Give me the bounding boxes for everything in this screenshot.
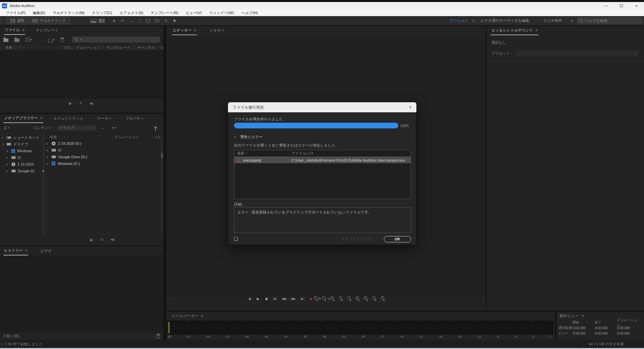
menu-effects[interactable]: エフェクト(S) bbox=[116, 10, 147, 15]
files-loop-icon[interactable]: ↻ bbox=[79, 101, 82, 106]
media-play-icon[interactable]: ▶ bbox=[90, 238, 93, 242]
view-start-value[interactable]: 0:00.000 bbox=[573, 332, 595, 335]
copy-warnings-icon[interactable] bbox=[235, 238, 238, 241]
multitrack-view-button[interactable]: マルチトラック bbox=[29, 17, 70, 24]
export-icon[interactable]: ↓ bbox=[48, 39, 53, 42]
selection-start-value[interactable]: 0:00.000 bbox=[573, 326, 595, 330]
move-tool-icon[interactable]: ➤ bbox=[113, 18, 116, 23]
slip-tool-icon[interactable]: ↔ bbox=[129, 18, 133, 23]
waveform-view-button[interactable]: 波形 bbox=[6, 17, 28, 24]
zoom-to-selection-icon[interactable] bbox=[347, 296, 352, 301]
open-file-icon[interactable] bbox=[3, 39, 8, 42]
tree-item-disc-drive[interactable]: ▸ 2 19 2020 bbox=[0, 161, 43, 168]
skip-to-start-button[interactable]: |◀ bbox=[273, 297, 276, 300]
menu-file[interactable]: ファイル(F) bbox=[2, 10, 29, 15]
content-dropdown[interactable]: ドライブ ▾ bbox=[57, 125, 96, 131]
files-search-input[interactable] bbox=[83, 38, 158, 42]
tree-item-google-drive[interactable]: ▸ Google Dr bbox=[0, 168, 43, 174]
workspace-menu-icon[interactable]: ≡ bbox=[472, 18, 474, 23]
paintbrush-selection-tool-icon[interactable]: ✎ bbox=[164, 18, 168, 23]
media-browser-menu-icon[interactable]: ≡ bbox=[40, 116, 43, 120]
tab-markers[interactable]: マーカー bbox=[96, 114, 113, 123]
media-add-chevron-icon[interactable]: ▾ bbox=[115, 126, 116, 129]
play-button[interactable]: ▶ bbox=[257, 297, 259, 301]
new-file-icon[interactable]: + bbox=[25, 38, 30, 42]
media-row-disc[interactable]: ▸2 19 2020 (E:) bbox=[45, 140, 161, 147]
preset-dropdown[interactable]: ▾ bbox=[516, 50, 639, 57]
tab-templates[interactable]: テンプレート bbox=[35, 26, 59, 35]
stop-button[interactable]: ■ bbox=[249, 297, 251, 301]
media-row-windows[interactable]: ▸Windows (C:) bbox=[45, 160, 161, 167]
zoom-in-point-icon[interactable]: [ bbox=[355, 296, 360, 301]
files-auto-play-volume-icon[interactable] bbox=[90, 102, 94, 105]
media-scrollbar[interactable] bbox=[161, 134, 163, 235]
minimize-button[interactable] bbox=[599, 2, 614, 9]
menu-clip[interactable]: クリップ(C) bbox=[88, 10, 116, 15]
level-meter-menu-icon[interactable]: ≡ bbox=[201, 314, 203, 318]
files-panel-menu-icon[interactable]: ≡ bbox=[22, 28, 24, 33]
tab-effects-rack[interactable]: エフェクトラック bbox=[53, 114, 84, 123]
skip-to-end-button[interactable]: ▶| bbox=[301, 297, 304, 300]
zoom-full-icon[interactable]: + bbox=[380, 296, 385, 301]
tab-files[interactable]: ファイル ≡ bbox=[4, 26, 25, 35]
editor-panel-menu-icon[interactable]: ≡ bbox=[194, 28, 196, 33]
media-import-icon[interactable]: ↧ bbox=[3, 125, 7, 130]
zoom-out-time-icon[interactable]: − bbox=[339, 296, 343, 301]
media-add-icon[interactable]: + bbox=[111, 125, 114, 130]
files-play-icon[interactable]: ▶ bbox=[69, 101, 72, 106]
tab-editor[interactable]: エディター ≡ bbox=[172, 26, 197, 35]
tab-history[interactable]: ヒストリー ≡ bbox=[3, 246, 28, 255]
history-panel-menu-icon[interactable]: ≡ bbox=[25, 248, 27, 253]
record-button[interactable]: ● bbox=[310, 296, 312, 301]
tree-item-drives[interactable]: ∨ ドライブ bbox=[0, 141, 43, 148]
menu-edit[interactable]: 編集(E) bbox=[29, 10, 49, 15]
media-filter-icon[interactable] bbox=[154, 127, 157, 129]
zoom-timer-icon[interactable]: · bbox=[372, 296, 377, 301]
zoom-in-time-icon[interactable]: + bbox=[330, 296, 335, 301]
history-list-area[interactable] bbox=[0, 255, 163, 332]
dialog-titlebar[interactable]: ファイル進行状況 × bbox=[228, 102, 416, 112]
import-file-icon[interactable] bbox=[14, 39, 19, 42]
link-media-button[interactable]: メディアをリンク... bbox=[341, 237, 384, 242]
menu-template[interactable]: テンプレート(R) bbox=[147, 10, 182, 15]
time-selection-tool-icon[interactable]: ⌶ bbox=[138, 18, 141, 23]
workspace-overflow-icon[interactable]: » bbox=[567, 18, 577, 23]
tab-properties[interactable]: プロパティ bbox=[125, 114, 145, 123]
view-duration-value[interactable]: 0:00.000 bbox=[617, 332, 639, 335]
selection-view-menu-icon[interactable]: ≡ bbox=[582, 313, 584, 318]
tab-mixer[interactable]: ミキサー bbox=[209, 26, 225, 35]
dialog-close-icon[interactable]: × bbox=[409, 105, 412, 110]
new-file-chevron-icon[interactable]: ▾ bbox=[31, 38, 32, 41]
workspace-tab-radio-production[interactable]: ラジオ制作 bbox=[534, 18, 567, 23]
tree-item-d-drive[interactable]: ▸ D: bbox=[0, 154, 43, 161]
spot-healing-brush-tool-icon[interactable]: ✚ bbox=[173, 18, 176, 23]
warnings-table-header[interactable]: 名前 ↑ ファイルパス bbox=[234, 150, 411, 157]
details-box[interactable]: エラー : 現在登録されているプラグインでサポートされていないファイルです。 bbox=[234, 207, 411, 233]
workspace-tab-edit-audio-for-video[interactable]: ビデオ用のオーディオを編集 bbox=[474, 18, 534, 23]
selection-end-value[interactable]: 0:00.000 bbox=[595, 326, 617, 330]
tree-drives-chevron-icon[interactable]: ∨ bbox=[2, 142, 5, 146]
workspace-tab-default[interactable]: デフォルト bbox=[447, 18, 472, 23]
essential-sound-menu-icon[interactable]: ≡ bbox=[535, 28, 538, 33]
media-import-chevron-icon[interactable]: ▾ bbox=[8, 126, 9, 129]
warnings-header[interactable]: ∨ 警告とエラー bbox=[234, 134, 262, 139]
tab-essential-sound[interactable]: エッセンシャルサウンド ≡ bbox=[491, 26, 538, 35]
tab-media-browser[interactable]: メディアブラウザー ≡ bbox=[3, 114, 43, 123]
selection-duration-value[interactable]: 0:00.000 bbox=[617, 326, 639, 330]
razor-tool-icon[interactable]: ✂ bbox=[121, 18, 124, 23]
rewind-button[interactable]: ◀◀ bbox=[282, 297, 286, 300]
warning-row[interactable]: ⚠ xxxx.prproj C:\User_s\Adobe\Premiere P… bbox=[234, 157, 411, 163]
media-back-icon[interactable]: ← bbox=[101, 125, 105, 130]
level-meter-display[interactable] bbox=[168, 321, 553, 334]
menu-view[interactable]: ビュー(V) bbox=[182, 10, 206, 15]
maximize-button[interactable] bbox=[614, 2, 629, 9]
zoom-in-icon[interactable]: + bbox=[313, 296, 318, 301]
tree-shortcuts-chevron-icon[interactable]: ▸ bbox=[2, 136, 5, 139]
export-chevron-icon[interactable]: ▾ bbox=[53, 38, 55, 41]
lasso-selection-tool-icon[interactable] bbox=[155, 19, 159, 22]
files-list-area[interactable] bbox=[0, 51, 163, 99]
files-column-header[interactable]: 名前 ↑ ステ... デュレーション サンプルレート チャンネル ビ... bbox=[0, 45, 163, 51]
menu-multitrack[interactable]: マルチトラック(M) bbox=[49, 10, 88, 15]
menu-help[interactable]: ヘルプ(H) bbox=[238, 10, 261, 15]
help-search-input[interactable] bbox=[585, 19, 641, 23]
